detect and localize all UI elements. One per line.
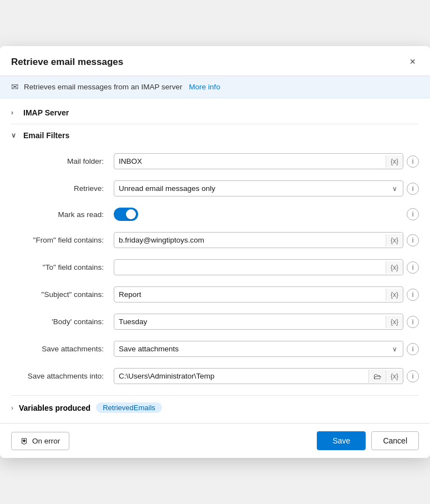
section-divider-2 [11,395,419,396]
from-field-row: "From" field contains: {x} i [11,226,419,254]
to-field-input-wrap: {x} [114,259,403,275]
more-info-link[interactable]: More info [189,83,220,91]
email-icon: ✉ [11,82,18,92]
cancel-button[interactable]: Cancel [371,431,419,450]
mark-as-read-toggle-wrap [114,208,403,221]
retrieve-info-icon[interactable]: i [407,183,419,195]
email-filters-label: Email Filters [23,131,69,140]
retrieve-row: Retrieve: Unread email messages only ∨ i [11,175,419,202]
body-field-control: {x} i [114,314,419,330]
mail-folder-row: Mail folder: {x} i [11,148,419,175]
save-attachments-select[interactable]: Save attachments ∨ [114,341,403,357]
mail-folder-control: {x} i [114,153,419,169]
mark-as-read-row: Mark as read: i [11,202,419,226]
subject-field-info-icon[interactable]: i [407,289,419,301]
save-button[interactable]: Save [317,431,366,450]
body-field-badge[interactable]: {x} [386,316,403,328]
on-error-button[interactable]: ⛨ On error [11,432,69,450]
toggle-thumb [126,209,136,219]
body-field-label: 'Body' contains: [11,317,108,326]
close-button[interactable]: × [406,55,419,69]
retrieve-value: Unread email messages only [114,181,387,196]
imap-server-chevron: › [11,109,19,117]
info-bar: ✉ Retrieves email messages from an IMAP … [0,76,430,98]
retrieve-control: Unread email messages only ∨ i [114,180,419,196]
subject-field-badge[interactable]: {x} [386,289,403,301]
dialog-title: Retrieve email messages [11,57,123,68]
to-field-input[interactable] [114,260,386,275]
mail-folder-badge[interactable]: {x} [386,155,403,168]
to-field-row: "To" field contains: {x} i [11,254,419,281]
on-error-label: On error [32,437,60,445]
retrieve-chevron-icon: ∨ [387,183,403,195]
subject-field-control: {x} i [114,286,419,303]
save-attachments-row: Save attachments: Save attachments ∨ i [11,335,419,362]
footer-right: Save Cancel [317,431,419,450]
subject-field-row: "Subject" contains: {x} i [11,281,419,308]
mark-as-read-label: Mark as read: [11,210,108,219]
from-field-input-wrap: {x} [114,232,403,248]
body-field-input[interactable] [114,314,386,329]
dialog-footer: ⛨ On error Save Cancel [0,423,430,458]
from-field-badge[interactable]: {x} [386,234,403,246]
mail-folder-input[interactable] [114,154,386,169]
retrieve-select[interactable]: Unread email messages only ∨ [114,180,403,196]
body-field-input-wrap: {x} [114,314,403,330]
mail-folder-info-icon[interactable]: i [407,155,419,168]
save-attachments-chevron-icon: ∨ [387,343,403,355]
retrieve-label: Retrieve: [11,184,108,193]
save-attachments-into-label: Save attachments into: [11,372,108,380]
save-attachments-value: Save attachments [114,341,387,356]
from-field-input[interactable] [114,233,386,248]
save-attachments-control: Save attachments ∨ i [114,341,419,357]
section-divider [11,124,419,124]
save-attachments-into-badge[interactable]: {x} [386,370,403,382]
save-attachments-into-row: Save attachments into: 🗁 {x} i [11,362,419,390]
variables-label[interactable]: Variables produced [19,404,90,412]
to-field-info-icon[interactable]: i [407,261,419,274]
save-attachments-into-control: 🗁 {x} i [114,368,419,384]
mark-as-read-info-icon[interactable]: i [407,208,419,220]
save-attachments-into-input[interactable] [114,369,368,384]
variables-chevron-icon: › [11,404,13,412]
dialog: Retrieve email messages × ✉ Retrieves em… [0,46,430,458]
email-filters-section[interactable]: ∨ Email Filters [0,125,430,145]
to-field-label: "To" field contains: [11,263,108,271]
mark-as-read-control: i [114,208,419,221]
dialog-body: › IMAP Server ∨ Email Filters Mail folde… [0,98,430,423]
shield-icon: ⛨ [21,436,29,446]
body-field-row: 'Body' contains: {x} i [11,308,419,335]
save-attachments-into-input-wrap: 🗁 {x} [114,368,403,384]
save-attachments-into-info-icon[interactable]: i [407,370,419,382]
variables-row: › Variables produced RetrievedEmails [0,397,430,419]
to-field-control: {x} i [114,259,419,275]
from-field-info-icon[interactable]: i [407,234,419,246]
folder-browse-icon[interactable]: 🗁 [368,370,386,383]
info-bar-text: Retrieves email messages from an IMAP se… [24,83,183,91]
save-attachments-info-icon[interactable]: i [407,343,419,355]
mark-as-read-toggle[interactable] [114,208,138,221]
subject-field-input[interactable] [114,287,386,302]
subject-field-label: "Subject" contains: [11,290,108,299]
mail-folder-label: Mail folder: [11,157,108,165]
to-field-badge[interactable]: {x} [386,261,403,274]
variables-badge: RetrievedEmails [96,402,162,413]
save-attachments-label: Save attachments: [11,345,108,353]
body-field-info-icon[interactable]: i [407,316,419,328]
dialog-header: Retrieve email messages × [0,46,430,76]
mail-folder-input-wrap: {x} [114,153,403,169]
imap-server-section[interactable]: › IMAP Server [0,103,430,123]
email-filters-chevron: ∨ [11,132,19,139]
subject-field-input-wrap: {x} [114,286,403,303]
from-field-control: {x} i [114,232,419,248]
imap-server-label: IMAP Server [23,108,69,117]
from-field-label: "From" field contains: [11,236,108,244]
email-filters-form: Mail folder: {x} i Retrieve: Unread emai… [0,145,430,394]
